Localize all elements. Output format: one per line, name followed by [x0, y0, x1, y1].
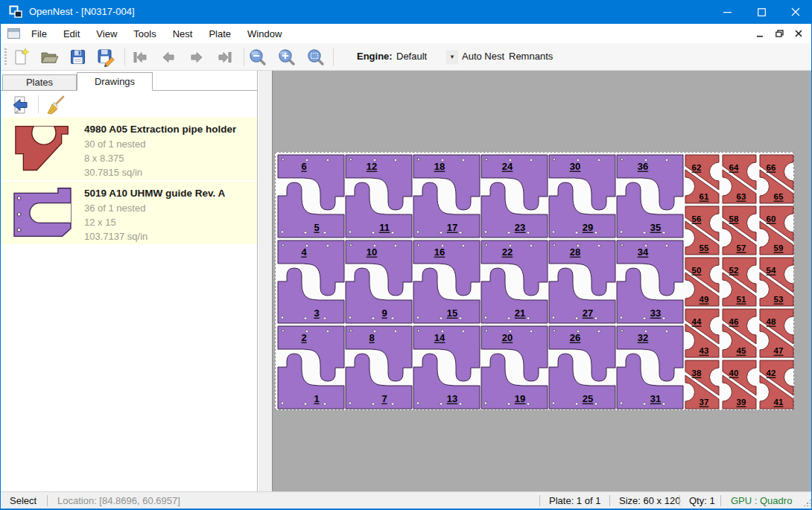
- tab-plates[interactable]: Plates: [2, 74, 77, 90]
- nested-part-pair[interactable]: 3029: [548, 154, 616, 238]
- nested-part-pair[interactable]: 3837: [684, 360, 720, 409]
- save-button[interactable]: [66, 46, 89, 68]
- zoom-out-button[interactable]: [247, 46, 269, 68]
- nav-last-button[interactable]: [214, 46, 236, 68]
- part-number: 65: [774, 192, 784, 201]
- auto-nest-button[interactable]: Auto Nest: [459, 43, 507, 71]
- menu-item-plate[interactable]: Plate: [200, 25, 239, 42]
- part-number: 54: [767, 266, 776, 275]
- nav-previous-button[interactable]: [157, 46, 180, 68]
- mdi-restore-button[interactable]: [771, 26, 787, 41]
- nested-part-pair[interactable]: 1817: [413, 154, 480, 238]
- part-number: 23: [515, 222, 525, 233]
- minimize-button[interactable]: [710, 0, 744, 24]
- nested-part-pair[interactable]: 5857: [721, 205, 758, 255]
- drawing-list: 4980 A05 Extraction pipe holder 30 of 1 …: [1, 118, 257, 246]
- nested-part-pair[interactable]: 6261: [684, 154, 720, 204]
- nested-part-pair[interactable]: 5251: [721, 257, 758, 307]
- nested-part-pair[interactable]: 1615: [413, 240, 480, 324]
- part-number: 31: [650, 393, 661, 404]
- status-separator: [609, 495, 610, 506]
- toolbar-gripper[interactable]: [4, 48, 7, 66]
- nested-part-pair[interactable]: 6059: [758, 205, 795, 255]
- new-file-button[interactable]: [10, 46, 32, 68]
- part-number: 37: [700, 398, 709, 407]
- nested-part-pair[interactable]: 109: [345, 240, 413, 324]
- zoom-fit-button[interactable]: [305, 46, 327, 68]
- close-button[interactable]: [778, 0, 812, 24]
- nested-part-pair[interactable]: 21: [277, 325, 345, 409]
- menu-item-tools[interactable]: Tools: [125, 25, 164, 42]
- nav-first-button[interactable]: [129, 46, 151, 68]
- mdi-minimize-button[interactable]: [752, 26, 768, 41]
- menubar: FileEditViewToolsNestPlateWindow: [1, 24, 812, 43]
- toolbar-separator: [124, 48, 125, 66]
- nested-part-pair[interactable]: 5453: [758, 257, 795, 307]
- part-number: 25: [583, 393, 593, 404]
- zoom-in-button[interactable]: [276, 46, 298, 68]
- nested-part-pair[interactable]: 3231: [616, 325, 684, 409]
- maximize-button[interactable]: [744, 0, 778, 24]
- nested-part-pair[interactable]: 6665: [758, 154, 795, 204]
- nested-part-pair[interactable]: 5655: [684, 205, 720, 255]
- nav-next-button[interactable]: [185, 46, 208, 68]
- part-number: 45: [737, 346, 746, 355]
- nested-part-pair[interactable]: 4039: [721, 360, 758, 409]
- import-drawing-button[interactable]: [7, 93, 32, 116]
- nested-part-pair[interactable]: 1413: [413, 325, 480, 409]
- app-icon: [9, 5, 24, 19]
- nested-part-pair[interactable]: 2827: [548, 240, 616, 324]
- engine-select[interactable]: Default: [396, 43, 427, 71]
- menu-item-edit[interactable]: Edit: [55, 25, 88, 42]
- menu-item-window[interactable]: Window: [239, 25, 290, 42]
- nested-part-pair[interactable]: 65: [277, 154, 345, 238]
- plate[interactable]: 6512111817242330293635431091615222128273…: [275, 152, 794, 410]
- nested-part-pair[interactable]: 4645: [721, 308, 758, 358]
- part-number: 34: [638, 246, 649, 258]
- nested-part-pair[interactable]: 2221: [480, 240, 548, 324]
- nested-part-pair[interactable]: 3433: [616, 240, 684, 324]
- tab-drawings[interactable]: Drawings: [77, 72, 153, 91]
- part-number: 50: [692, 266, 702, 275]
- nested-part-pair[interactable]: 43: [277, 240, 345, 324]
- save-as-button[interactable]: [95, 46, 117, 68]
- drawing-item[interactable]: 5019 A10 UHMW guide Rev. A 36 of 1 neste…: [1, 182, 257, 244]
- nested-part-pair[interactable]: 2019: [480, 325, 548, 409]
- nested-part-pair[interactable]: 1211: [345, 154, 413, 238]
- drawing-nested: 30 of 1 nested: [84, 137, 236, 151]
- menu-item-nest[interactable]: Nest: [165, 25, 201, 42]
- broom-icon: [45, 95, 66, 115]
- part-number: 22: [502, 246, 513, 258]
- panel-splitter[interactable]: [258, 71, 272, 491]
- nested-part-pair[interactable]: 2423: [480, 154, 548, 238]
- nav-next-icon: [187, 48, 206, 67]
- nested-part-pair[interactable]: 6463: [721, 154, 758, 204]
- save-icon: [69, 48, 87, 66]
- part-number: 52: [729, 266, 739, 275]
- nested-part-pair[interactable]: 4443: [684, 308, 720, 358]
- nested-part-pair[interactable]: 4241: [758, 360, 795, 409]
- drawing-item[interactable]: 4980 A05 Extraction pipe holder 30 of 1 …: [1, 118, 257, 180]
- nest-canvas[interactable]: 6512111817242330293635431091615222128273…: [272, 71, 812, 491]
- mdi-close-button[interactable]: [790, 26, 807, 41]
- part-number: 20: [502, 332, 513, 343]
- remnants-button[interactable]: Remnants: [506, 43, 556, 71]
- nested-part-pair[interactable]: 5049: [684, 257, 720, 307]
- status-plate: Plate: 1 of 1: [549, 494, 600, 507]
- zoom-in-icon: [277, 48, 296, 67]
- drawings-toolbar: [1, 91, 257, 118]
- part-number: 17: [447, 222, 457, 233]
- clean-button[interactable]: [42, 93, 68, 116]
- drawing-size: 8 x 8.375: [84, 151, 236, 165]
- part-number: 10: [367, 246, 377, 258]
- minimize-icon: [723, 8, 732, 16]
- nested-part-pair[interactable]: 87: [345, 325, 413, 409]
- nested-part-pair[interactable]: 2625: [548, 325, 616, 409]
- nested-part-pair[interactable]: 4847: [758, 308, 795, 358]
- menu-item-file[interactable]: File: [23, 25, 55, 42]
- nested-part-pair[interactable]: 3635: [616, 154, 684, 238]
- menu-item-view[interactable]: View: [88, 25, 125, 42]
- engine-dropdown-arrow-icon[interactable]: ▼: [446, 50, 458, 64]
- open-file-button[interactable]: [38, 46, 60, 68]
- window-title: OpenNest - [N0317-004]: [29, 6, 135, 17]
